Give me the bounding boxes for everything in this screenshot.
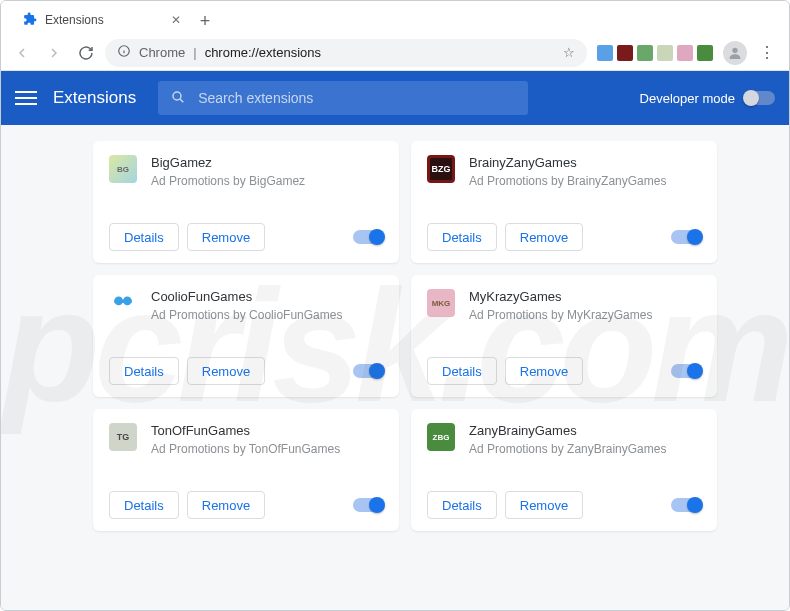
forward-button[interactable] — [41, 40, 67, 66]
back-button[interactable] — [9, 40, 35, 66]
extension-enable-toggle[interactable] — [671, 498, 701, 512]
extensions-grid: BGBigGamezAd Promotions by BigGamezDetai… — [93, 141, 717, 531]
extension-card: TGTonOfFunGamesAd Promotions by TonOfFun… — [93, 409, 399, 531]
extension-card: BGBigGamezAd Promotions by BigGamezDetai… — [93, 141, 399, 263]
extension-card: ZBGZanyBrainyGamesAd Promotions by ZanyB… — [411, 409, 717, 531]
toolbar-ext-icon[interactable] — [677, 45, 693, 61]
extension-name: CoolioFunGames — [151, 289, 383, 304]
omni-url: chrome://extensions — [205, 45, 321, 60]
browser-window: ─ ☐ ✕ Extensions ✕ + Chrome | — [0, 0, 790, 611]
hamburger-menu-icon[interactable] — [15, 91, 37, 105]
omnibox[interactable]: Chrome | chrome://extensions ☆ — [105, 39, 587, 67]
extension-description: Ad Promotions by BrainyZanyGames — [469, 174, 701, 188]
extension-enable-toggle[interactable] — [671, 364, 701, 378]
toolbar-ext-icon[interactable] — [617, 45, 633, 61]
profile-avatar[interactable] — [723, 41, 747, 65]
svg-point-2 — [173, 92, 181, 100]
extension-enable-toggle[interactable] — [353, 364, 383, 378]
search-input[interactable] — [198, 90, 516, 106]
details-button[interactable]: Details — [109, 491, 179, 519]
toolbar-ext-icon[interactable] — [657, 45, 673, 61]
extension-description: Ad Promotions by BigGamez — [151, 174, 383, 188]
extension-name: ZanyBrainyGames — [469, 423, 701, 438]
toolbar-ext-icon[interactable] — [637, 45, 653, 61]
remove-button[interactable]: Remove — [505, 491, 583, 519]
bookmark-star-icon[interactable]: ☆ — [563, 45, 575, 60]
extension-card: MKGMyKrazyGamesAd Promotions by MyKrazyG… — [411, 275, 717, 397]
extension-toolbar-icons — [593, 45, 717, 61]
extension-icon: BZG — [427, 155, 455, 183]
tab-strip: Extensions ✕ + — [1, 1, 789, 35]
toolbar-ext-icon[interactable] — [697, 45, 713, 61]
chrome-menu-button[interactable]: ⋮ — [753, 43, 781, 62]
new-tab-button[interactable]: + — [191, 7, 219, 35]
browser-toolbar: Chrome | chrome://extensions ☆ ⋮ — [1, 35, 789, 71]
extensions-content: BGBigGamezAd Promotions by BigGamezDetai… — [1, 125, 789, 610]
extension-name: BigGamez — [151, 155, 383, 170]
omni-separator: | — [193, 45, 196, 60]
extension-description: Ad Promotions by MyKrazyGames — [469, 308, 701, 322]
extension-card: CoolioFunGamesAd Promotions by CoolioFun… — [93, 275, 399, 397]
extension-icon — [109, 289, 137, 317]
svg-point-1 — [732, 47, 737, 52]
details-button[interactable]: Details — [109, 357, 179, 385]
remove-button[interactable]: Remove — [187, 491, 265, 519]
details-button[interactable]: Details — [427, 491, 497, 519]
extension-description: Ad Promotions by ZanyBrainyGames — [469, 442, 701, 456]
extension-icon: ZBG — [427, 423, 455, 451]
extensions-appbar: Extensions Developer mode — [1, 71, 789, 125]
details-button[interactable]: Details — [427, 357, 497, 385]
remove-button[interactable]: Remove — [505, 357, 583, 385]
extension-name: TonOfFunGames — [151, 423, 383, 438]
remove-button[interactable]: Remove — [187, 223, 265, 251]
extension-icon: MKG — [427, 289, 455, 317]
details-button[interactable]: Details — [427, 223, 497, 251]
reload-button[interactable] — [73, 40, 99, 66]
extension-name: MyKrazyGames — [469, 289, 701, 304]
extension-enable-toggle[interactable] — [353, 498, 383, 512]
page-title: Extensions — [53, 88, 136, 108]
site-info-icon[interactable] — [117, 44, 131, 61]
svg-rect-5 — [114, 300, 131, 303]
extension-icon: BG — [109, 155, 137, 183]
search-icon — [170, 89, 186, 108]
developer-mode-control: Developer mode — [640, 91, 775, 106]
extension-description: Ad Promotions by TonOfFunGames — [151, 442, 383, 456]
browser-tab[interactable]: Extensions ✕ — [13, 5, 191, 35]
extension-enable-toggle[interactable] — [353, 230, 383, 244]
extension-icon: TG — [109, 423, 137, 451]
close-tab-icon[interactable]: ✕ — [171, 13, 181, 27]
details-button[interactable]: Details — [109, 223, 179, 251]
puzzle-icon — [23, 12, 37, 29]
developer-mode-toggle[interactable] — [745, 91, 775, 105]
extension-enable-toggle[interactable] — [671, 230, 701, 244]
omni-host: Chrome — [139, 45, 185, 60]
extension-card: BZGBrainyZanyGamesAd Promotions by Brain… — [411, 141, 717, 263]
extension-name: BrainyZanyGames — [469, 155, 701, 170]
extension-description: Ad Promotions by CoolioFunGames — [151, 308, 383, 322]
toolbar-ext-icon[interactable] — [597, 45, 613, 61]
remove-button[interactable]: Remove — [505, 223, 583, 251]
search-extensions-bar[interactable] — [158, 81, 528, 115]
remove-button[interactable]: Remove — [187, 357, 265, 385]
tab-title: Extensions — [45, 13, 104, 27]
developer-mode-label: Developer mode — [640, 91, 735, 106]
